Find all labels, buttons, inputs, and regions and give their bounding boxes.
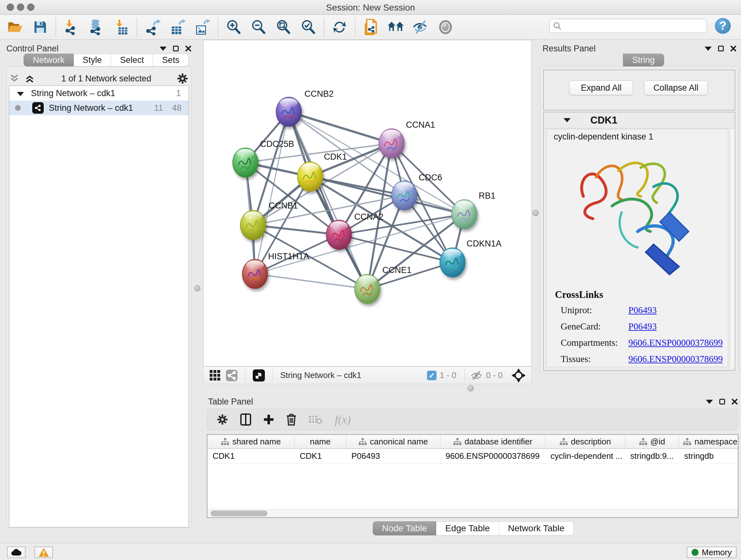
results-panel-close-icon[interactable]	[730, 45, 737, 52]
column-header-canonical-name[interactable]: canonical name	[346, 435, 441, 448]
table-hscrollbar-thumb[interactable]	[211, 510, 267, 516]
results-tab-string[interactable]: String	[623, 54, 664, 66]
gray-orb-icon[interactable]	[437, 19, 454, 36]
homes-icon[interactable]	[387, 19, 404, 36]
column-header-database-identifier[interactable]: database identifier	[441, 435, 545, 448]
table-tab-edge-table[interactable]: Edge Table	[436, 521, 499, 536]
node-CDKN1A[interactable]: CDKN1A	[440, 239, 502, 277]
column-header-name[interactable]: name	[294, 435, 346, 448]
column-header-@id[interactable]: @id	[625, 435, 679, 448]
control-panel-maximize-icon[interactable]	[173, 46, 179, 51]
detach-view-icon[interactable]	[251, 367, 267, 384]
collapse-all-button[interactable]: Collapse All	[644, 80, 708, 95]
tab-style[interactable]: Style	[74, 54, 111, 66]
table-tab-node-table[interactable]: Node Table	[373, 521, 436, 536]
table-hscrollbar[interactable]	[207, 509, 738, 517]
hide-selected-eye-icon[interactable]	[412, 19, 429, 36]
control-panel-float-icon[interactable]	[159, 47, 166, 51]
selected-nodes-checkbox[interactable]: ✓	[427, 371, 436, 380]
save-session-icon[interactable]	[32, 19, 49, 36]
zoom-fit-icon[interactable]	[275, 19, 292, 36]
warning-status-button[interactable]	[35, 547, 53, 558]
import-network-database-icon[interactable]	[88, 19, 105, 36]
open-session-icon[interactable]	[7, 19, 23, 36]
help-button[interactable]: ?	[715, 18, 731, 34]
cell-namespace[interactable]: stringdb	[679, 449, 738, 463]
network-options-gear-icon[interactable]	[177, 73, 188, 84]
network-view-type-icon[interactable]	[223, 367, 240, 384]
crosslink-link[interactable]: 9606.ENSP00000378699	[628, 337, 723, 348]
collapse-all-icon[interactable]	[10, 74, 20, 83]
horizontal-splitter-grip[interactable]	[468, 385, 474, 391]
table-panel-maximize-icon[interactable]	[719, 399, 725, 405]
control-panel-close-icon[interactable]	[185, 45, 192, 52]
tab-network[interactable]: Network	[23, 54, 74, 66]
create-column-plus-icon[interactable]	[263, 414, 274, 425]
network-selected-status: 1 of 1 Network selected	[36, 74, 177, 84]
results-panel-float-icon[interactable]	[704, 47, 712, 51]
table-options-gear-icon[interactable]	[217, 414, 228, 425]
node-CCNA1[interactable]: CCNA1	[379, 120, 435, 158]
section-collapse-icon[interactable]	[563, 118, 570, 122]
search-input[interactable]	[562, 20, 706, 32]
grid-view-icon[interactable]	[207, 367, 223, 384]
import-network-file-icon[interactable]	[63, 19, 80, 36]
results-section-header[interactable]: CDK1	[544, 112, 735, 128]
expand-all-button[interactable]: Expand All	[569, 80, 633, 95]
table-row[interactable]: CDK1CDK1P064939606.ENSP00000378699cyclin…	[207, 449, 738, 463]
column-header-shared-name[interactable]: shared name	[207, 435, 294, 448]
memory-button[interactable]: Memory	[687, 547, 737, 558]
shared-column-icon	[221, 438, 229, 445]
edge-CCNE1-HIST1H1A[interactable]	[255, 274, 367, 289]
column-header-description[interactable]: description	[545, 435, 625, 448]
cell-database-identifier[interactable]: 9606.ENSP00000378699	[441, 449, 545, 463]
node-table[interactable]: shared namenamecanonical namedatabase id…	[207, 434, 738, 518]
table-panel-close-icon[interactable]	[731, 398, 738, 405]
share-document-icon[interactable]	[362, 19, 379, 36]
cell-canonical-name[interactable]: P06493	[346, 449, 441, 463]
left-splitter-grip[interactable]	[194, 285, 200, 292]
results-panel-maximize-icon[interactable]	[718, 46, 724, 51]
edge-CCNB2-CCNE1[interactable]	[289, 112, 367, 289]
node-label-CDC25B: CDC25B	[260, 139, 294, 149]
refresh-icon[interactable]	[331, 19, 348, 36]
table-tab-network-table[interactable]: Network Table	[499, 521, 574, 536]
export-network-icon[interactable]	[144, 19, 161, 36]
node-RB1[interactable]: RB1	[452, 191, 495, 229]
zoom-out-icon[interactable]	[250, 19, 267, 36]
crosslink-link[interactable]: P06493	[628, 305, 657, 315]
zoom-in-icon[interactable]	[225, 19, 242, 36]
crosslink-row: Uniprot:P06493	[555, 305, 723, 315]
cell-description[interactable]: cyclin-dependent ...	[545, 449, 625, 463]
zoom-selected-icon[interactable]	[300, 19, 317, 36]
network-collection-row[interactable]: String Network – cdk1 1	[9, 86, 189, 101]
cell-@id[interactable]: stringdb:9...	[625, 449, 679, 463]
table-header-row: shared namenamecanonical namedatabase id…	[207, 435, 738, 449]
edge-CCNB2-CCNA1[interactable]	[289, 112, 392, 143]
search-field[interactable]	[549, 19, 707, 33]
import-table-icon[interactable]	[113, 19, 130, 36]
main-toolbar: ?	[0, 15, 741, 40]
delete-column-trash-icon[interactable]	[286, 414, 296, 426]
fit-content-crosshair-icon[interactable]	[510, 367, 527, 384]
crosslink-link[interactable]: 9606.ENSP00000378699	[628, 354, 723, 364]
cell-name[interactable]: CDK1	[294, 449, 346, 463]
table-panel-float-icon[interactable]	[706, 400, 713, 404]
network-row[interactable]: String Network – cdk1 11 48	[9, 101, 189, 115]
node-HIST1H1A[interactable]: HIST1H1A	[242, 252, 309, 289]
network-canvas[interactable]: CCNB2CCNA1CDC25BCDK1CDC6RB1CCNB1CCNA2CDK…	[203, 40, 532, 367]
tab-select[interactable]: Select	[111, 54, 153, 66]
hidden-eye-icon[interactable]	[470, 367, 483, 384]
collection-expand-icon[interactable]	[17, 88, 24, 98]
show-columns-icon[interactable]	[240, 414, 251, 426]
results-scrollbar[interactable]	[730, 129, 735, 367]
cell-shared-name[interactable]: CDK1	[207, 449, 294, 463]
expand-all-icon[interactable]	[25, 74, 36, 83]
column-header-namespace[interactable]: namespace	[679, 435, 738, 448]
export-table-icon[interactable]	[169, 19, 186, 36]
cloud-status-button[interactable]	[7, 547, 25, 558]
tab-sets[interactable]: Sets	[153, 54, 189, 66]
right-splitter-grip[interactable]	[532, 210, 539, 216]
crosslink-link[interactable]: P06493	[628, 321, 657, 332]
export-image-icon[interactable]	[194, 19, 211, 36]
